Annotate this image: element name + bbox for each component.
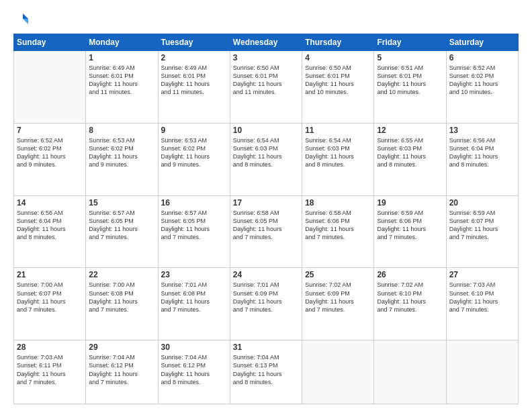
calendar-cell: 30Sunrise: 7:04 AM Sunset: 6:12 PM Dayli… <box>158 340 230 404</box>
calendar-cell: 19Sunrise: 6:59 AM Sunset: 6:06 PM Dayli… <box>374 195 446 268</box>
day-info: Sunrise: 6:59 AM Sunset: 6:06 PM Dayligh… <box>377 209 443 242</box>
weekday-header: Saturday <box>446 34 518 51</box>
day-info: Sunrise: 6:57 AM Sunset: 6:05 PM Dayligh… <box>89 209 154 242</box>
calendar-cell: 6Sunrise: 6:52 AM Sunset: 6:02 PM Daylig… <box>446 51 518 124</box>
day-info: Sunrise: 6:50 AM Sunset: 6:01 PM Dayligh… <box>233 64 299 97</box>
calendar-week-row: 14Sunrise: 6:56 AM Sunset: 6:04 PM Dayli… <box>14 195 519 268</box>
day-number: 21 <box>17 270 83 279</box>
calendar-cell: 8Sunrise: 6:53 AM Sunset: 6:02 PM Daylig… <box>86 123 158 195</box>
day-number: 1 <box>89 53 154 62</box>
calendar-cell: 21Sunrise: 7:00 AM Sunset: 6:07 PM Dayli… <box>14 268 86 340</box>
calendar-cell: 13Sunrise: 6:56 AM Sunset: 6:04 PM Dayli… <box>446 123 518 195</box>
calendar-cell: 3Sunrise: 6:50 AM Sunset: 6:01 PM Daylig… <box>230 51 302 124</box>
calendar-cell: 15Sunrise: 6:57 AM Sunset: 6:05 PM Dayli… <box>86 195 158 268</box>
weekday-header: Tuesday <box>158 34 230 51</box>
day-number: 19 <box>377 198 443 208</box>
day-info: Sunrise: 6:54 AM Sunset: 6:03 PM Dayligh… <box>233 136 299 169</box>
day-number: 20 <box>449 198 515 208</box>
day-info: Sunrise: 6:53 AM Sunset: 6:02 PM Dayligh… <box>89 136 154 169</box>
day-info: Sunrise: 6:58 AM Sunset: 6:05 PM Dayligh… <box>233 209 299 242</box>
day-number: 30 <box>161 342 227 352</box>
day-number: 13 <box>449 126 515 135</box>
day-info: Sunrise: 6:54 AM Sunset: 6:03 PM Dayligh… <box>305 136 371 169</box>
calendar-cell: 26Sunrise: 7:02 AM Sunset: 6:10 PM Dayli… <box>374 268 446 340</box>
calendar-cell: 7Sunrise: 6:52 AM Sunset: 6:02 PM Daylig… <box>14 123 86 195</box>
day-info: Sunrise: 7:01 AM Sunset: 6:09 PM Dayligh… <box>233 281 299 314</box>
calendar-week-row: 7Sunrise: 6:52 AM Sunset: 6:02 PM Daylig… <box>14 123 519 195</box>
day-number: 31 <box>233 342 299 352</box>
day-info: Sunrise: 6:51 AM Sunset: 6:01 PM Dayligh… <box>377 64 443 97</box>
weekday-header: Friday <box>374 34 446 51</box>
svg-marker-0 <box>23 13 28 19</box>
calendar-cell: 4Sunrise: 6:50 AM Sunset: 6:01 PM Daylig… <box>302 51 374 124</box>
calendar-cell <box>446 340 518 404</box>
calendar-cell: 17Sunrise: 6:58 AM Sunset: 6:05 PM Dayli… <box>230 195 302 268</box>
calendar-cell: 29Sunrise: 7:04 AM Sunset: 6:12 PM Dayli… <box>86 340 158 404</box>
day-number: 6 <box>449 53 515 62</box>
calendar-cell: 23Sunrise: 7:01 AM Sunset: 6:08 PM Dayli… <box>158 268 230 340</box>
calendar-cell: 28Sunrise: 7:03 AM Sunset: 6:11 PM Dayli… <box>14 340 86 404</box>
day-number: 14 <box>17 198 83 208</box>
day-number: 2 <box>161 53 227 62</box>
day-info: Sunrise: 7:01 AM Sunset: 6:08 PM Dayligh… <box>161 281 227 314</box>
day-info: Sunrise: 6:49 AM Sunset: 6:01 PM Dayligh… <box>161 64 227 97</box>
day-info: Sunrise: 6:53 AM Sunset: 6:02 PM Dayligh… <box>161 136 227 169</box>
calendar-week-row: 21Sunrise: 7:00 AM Sunset: 6:07 PM Dayli… <box>14 268 519 340</box>
day-info: Sunrise: 7:00 AM Sunset: 6:08 PM Dayligh… <box>89 281 154 314</box>
weekday-header: Monday <box>86 34 158 51</box>
day-info: Sunrise: 7:03 AM Sunset: 6:11 PM Dayligh… <box>17 353 83 386</box>
calendar-cell: 24Sunrise: 7:01 AM Sunset: 6:09 PM Dayli… <box>230 268 302 340</box>
calendar-cell: 31Sunrise: 7:04 AM Sunset: 6:13 PM Dayli… <box>230 340 302 404</box>
header <box>13 12 519 27</box>
day-info: Sunrise: 7:04 AM Sunset: 6:12 PM Dayligh… <box>89 353 154 386</box>
day-number: 25 <box>305 270 371 279</box>
calendar-cell: 22Sunrise: 7:00 AM Sunset: 6:08 PM Dayli… <box>86 268 158 340</box>
calendar-cell: 5Sunrise: 6:51 AM Sunset: 6:01 PM Daylig… <box>374 51 446 124</box>
page: SundayMondayTuesdayWednesdayThursdayFrid… <box>0 0 532 411</box>
calendar-cell: 16Sunrise: 6:57 AM Sunset: 6:05 PM Dayli… <box>158 195 230 268</box>
day-info: Sunrise: 6:52 AM Sunset: 6:02 PM Dayligh… <box>17 136 83 169</box>
day-number: 11 <box>305 126 371 135</box>
calendar-week-row: 1Sunrise: 6:49 AM Sunset: 6:01 PM Daylig… <box>14 51 519 124</box>
calendar-week-row: 28Sunrise: 7:03 AM Sunset: 6:11 PM Dayli… <box>14 340 519 404</box>
day-info: Sunrise: 6:49 AM Sunset: 6:01 PM Dayligh… <box>89 64 154 97</box>
day-info: Sunrise: 6:50 AM Sunset: 6:01 PM Dayligh… <box>305 64 371 97</box>
day-info: Sunrise: 6:58 AM Sunset: 6:06 PM Dayligh… <box>305 209 371 242</box>
calendar-header-row: SundayMondayTuesdayWednesdayThursdayFrid… <box>14 34 519 51</box>
day-number: 15 <box>89 198 154 208</box>
day-info: Sunrise: 7:04 AM Sunset: 6:13 PM Dayligh… <box>233 353 299 386</box>
calendar-cell: 10Sunrise: 6:54 AM Sunset: 6:03 PM Dayli… <box>230 123 302 195</box>
calendar-cell: 14Sunrise: 6:56 AM Sunset: 6:04 PM Dayli… <box>14 195 86 268</box>
day-info: Sunrise: 7:03 AM Sunset: 6:10 PM Dayligh… <box>449 281 515 314</box>
day-info: Sunrise: 6:52 AM Sunset: 6:02 PM Dayligh… <box>449 64 515 97</box>
day-number: 23 <box>161 270 227 279</box>
day-number: 22 <box>89 270 154 279</box>
day-info: Sunrise: 6:55 AM Sunset: 6:03 PM Dayligh… <box>377 136 443 169</box>
weekday-header: Thursday <box>302 34 374 51</box>
day-number: 29 <box>89 342 154 352</box>
calendar-table: SundayMondayTuesdayWednesdayThursdayFrid… <box>13 34 519 404</box>
weekday-header: Wednesday <box>230 34 302 51</box>
day-info: Sunrise: 7:02 AM Sunset: 6:10 PM Dayligh… <box>377 281 443 314</box>
logo <box>13 12 30 27</box>
calendar-cell: 9Sunrise: 6:53 AM Sunset: 6:02 PM Daylig… <box>158 123 230 195</box>
calendar-cell: 25Sunrise: 7:02 AM Sunset: 6:09 PM Dayli… <box>302 268 374 340</box>
calendar-cell: 27Sunrise: 7:03 AM Sunset: 6:10 PM Dayli… <box>446 268 518 340</box>
day-number: 8 <box>89 126 154 135</box>
day-number: 7 <box>17 126 83 135</box>
weekday-header: Sunday <box>14 34 86 51</box>
day-number: 24 <box>233 270 299 279</box>
day-number: 27 <box>449 270 515 279</box>
calendar-cell: 18Sunrise: 6:58 AM Sunset: 6:06 PM Dayli… <box>302 195 374 268</box>
calendar-cell: 11Sunrise: 6:54 AM Sunset: 6:03 PM Dayli… <box>302 123 374 195</box>
day-number: 5 <box>377 53 443 62</box>
day-number: 12 <box>377 126 443 135</box>
calendar-cell: 2Sunrise: 6:49 AM Sunset: 6:01 PM Daylig… <box>158 51 230 124</box>
calendar-cell: 20Sunrise: 6:59 AM Sunset: 6:07 PM Dayli… <box>446 195 518 268</box>
day-info: Sunrise: 7:02 AM Sunset: 6:09 PM Dayligh… <box>305 281 371 314</box>
day-number: 28 <box>17 342 83 352</box>
day-info: Sunrise: 6:56 AM Sunset: 6:04 PM Dayligh… <box>449 136 515 169</box>
calendar-cell: 12Sunrise: 6:55 AM Sunset: 6:03 PM Dayli… <box>374 123 446 195</box>
day-number: 17 <box>233 198 299 208</box>
day-info: Sunrise: 6:59 AM Sunset: 6:07 PM Dayligh… <box>449 209 515 242</box>
